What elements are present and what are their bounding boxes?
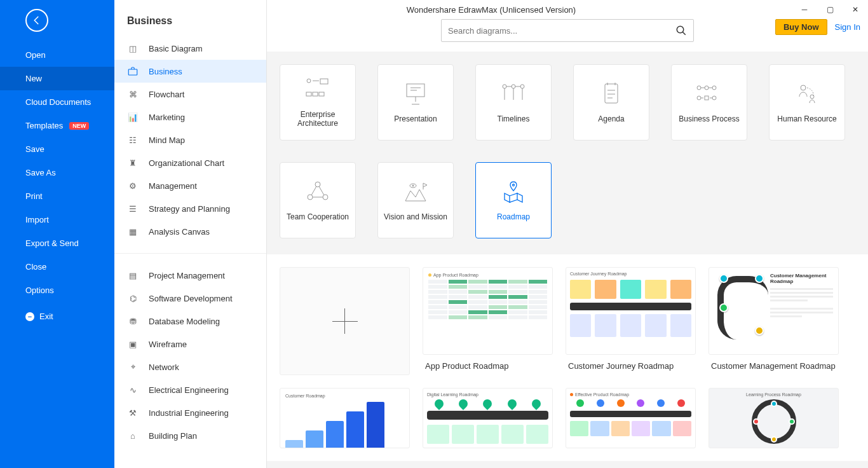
presentation-icon (402, 81, 430, 106)
cat-item-mind-map[interactable]: ☷Mind Map (114, 128, 266, 151)
process-icon (695, 81, 723, 106)
cat-item-business[interactable]: Business (114, 60, 266, 83)
sidebar-item-open[interactable]: Open (0, 43, 114, 67)
briefcase-icon (127, 65, 139, 77)
tile-vision-mission[interactable]: Vision and Mission (377, 162, 454, 238)
sidebar-item-exit[interactable]: − Exit (0, 305, 114, 328)
search-icon[interactable] (675, 25, 687, 36)
main-content: Enterprise Architecture Presentation Tim… (267, 0, 868, 468)
sidebar-left: Open New Cloud Documents TemplatesNEW Sa… (0, 0, 114, 468)
tile-business-process[interactable]: Business Process (671, 64, 747, 141)
svg-rect-4 (306, 92, 311, 96)
sidebar-item-import[interactable]: Import (0, 208, 114, 231)
cat-item-organizational-chart[interactable]: ♜Organizational Chart (114, 151, 266, 174)
sidebar-item-print[interactable]: Print (0, 184, 114, 208)
sidebar-item-export-send[interactable]: Export & Send (0, 231, 114, 255)
software-icon: ⌬ (127, 292, 139, 304)
svg-point-14 (712, 86, 716, 90)
template-blank[interactable] (280, 267, 410, 375)
svg-rect-0 (128, 69, 137, 75)
template-customer-management-roadmap[interactable]: Customer Management Roadmap Customer Man… (709, 267, 839, 375)
cat-item-electrical-engineering[interactable]: ∿Electrical Engineering (114, 378, 266, 401)
cat-item-marketing[interactable]: 📊Marketing (114, 106, 266, 128)
subcategory-tiles: Enterprise Architecture Presentation Tim… (267, 52, 868, 254)
org-icon: ♜ (127, 157, 139, 169)
svg-point-22 (323, 195, 328, 200)
sidebar-item-save-as[interactable]: Save As (0, 161, 114, 184)
svg-point-18 (801, 85, 806, 90)
close-button[interactable]: ✕ (843, 0, 868, 19)
app-title: Wondershare EdrawMax (Unlicensed Version… (407, 5, 576, 15)
cog-icon: ⚙ (127, 180, 139, 191)
minimize-button[interactable]: ─ (792, 0, 817, 19)
template-thumbnail: Learning Process Roadmap (709, 388, 839, 448)
vision-icon (402, 179, 430, 203)
cat-item-industrial-engineering[interactable]: ⚒Industrial Engineering (114, 401, 266, 424)
svg-point-10 (520, 85, 524, 88)
template-thumbnail: Customer Roadmap (280, 388, 410, 448)
network-icon: ⌖ (127, 361, 139, 373)
wireframe-icon: ▣ (127, 338, 139, 350)
cat-item-project-management[interactable]: ▤Project Management (114, 264, 266, 287)
search-box[interactable] (441, 19, 694, 42)
tile-team-cooperation[interactable]: Team Cooperation (280, 162, 356, 238)
template-customer-journey-roadmap[interactable]: Customer Journey Roadmap Customer Journe… (566, 267, 696, 375)
database-icon: ⛃ (127, 315, 139, 327)
svg-point-15 (697, 96, 701, 100)
chart-icon: 📊 (127, 111, 139, 123)
sidebar-item-close[interactable]: Close (0, 255, 114, 279)
template-thumbnail: Customer Management Roadmap (709, 267, 839, 355)
sidebar-item-save[interactable]: Save (0, 137, 114, 161)
cat-item-database-modeling[interactable]: ⛃Database Modeling (114, 310, 266, 333)
cat-item-management[interactable]: ⚙Management (114, 174, 266, 197)
enterprise-icon (304, 77, 332, 101)
project-icon: ▤ (127, 270, 139, 281)
tile-enterprise-architecture[interactable]: Enterprise Architecture (280, 64, 356, 141)
cat-item-analysis-canvas[interactable]: ▦Analysis Canvas (114, 220, 266, 243)
template-thumbnail: Effective Product Roadmap (566, 388, 696, 448)
sidebar-item-templates[interactable]: TemplatesNEW (0, 114, 114, 137)
cat-item-basic-diagram[interactable]: ◫Basic Diagram (114, 37, 266, 60)
cat-item-software-development[interactable]: ⌬Software Development (114, 287, 266, 310)
template-effective-product-roadmap[interactable]: Effective Product Roadmap Effective Prod… (566, 388, 696, 448)
building-icon: ⌂ (127, 430, 139, 441)
svg-point-20 (315, 182, 320, 187)
svg-rect-6 (319, 92, 324, 96)
cat-item-strategy-planning[interactable]: ☰Strategy and Planning (114, 197, 266, 220)
svg-point-12 (697, 86, 701, 90)
sign-in-link[interactable]: Sign In (835, 22, 860, 32)
maximize-button[interactable]: ▢ (817, 0, 843, 19)
svg-point-8 (503, 85, 506, 88)
template-thumbnail: App Product Roadmap (423, 267, 553, 355)
category-divider (114, 253, 266, 254)
cat-item-building-plan[interactable]: ⌂Building Plan (114, 424, 266, 447)
exit-icon: − (25, 312, 34, 321)
sidebar-item-cloud-documents[interactable]: Cloud Documents (0, 90, 114, 114)
svg-point-1 (677, 26, 684, 33)
sidebar-item-options[interactable]: Options (0, 279, 114, 302)
tile-timelines[interactable]: Timelines (475, 64, 552, 141)
tile-presentation[interactable]: Presentation (377, 64, 454, 141)
cat-item-wireframe[interactable]: ▣Wireframe (114, 333, 266, 355)
electrical-icon: ∿ (127, 384, 139, 396)
svg-point-21 (308, 195, 313, 200)
plus-icon (280, 267, 410, 375)
template-customer-roadmap[interactable]: Customer Roadmap Customer Roadmap (280, 388, 410, 448)
template-learning-process-roadmap[interactable]: Learning Process Roadmap Learning Proces… (709, 388, 839, 448)
template-digital-learning-roadmap[interactable]: Digital Learning Roadmap Digital Learnin… (423, 388, 553, 448)
cat-item-network[interactable]: ⌖Network (114, 355, 266, 378)
svg-rect-16 (705, 96, 709, 100)
template-app-product-roadmap[interactable]: App Product Roadmap App Product Roadmap (423, 267, 553, 375)
svg-point-9 (512, 85, 515, 88)
buy-now-button[interactable]: Buy Now (775, 19, 827, 35)
sidebar-item-new[interactable]: New (0, 67, 114, 90)
tile-human-resource[interactable]: Human Resource (769, 64, 845, 141)
tile-roadmap[interactable]: Roadmap (475, 162, 552, 238)
flowchart-icon: ⌘ (127, 88, 139, 100)
search-input[interactable] (448, 26, 675, 36)
tile-agenda[interactable]: Agenda (573, 64, 649, 141)
cat-item-flowchart[interactable]: ⌘Flowchart (114, 83, 266, 106)
svg-point-17 (712, 96, 716, 100)
template-thumbnail: Customer Journey Roadmap (566, 267, 696, 355)
back-button[interactable] (25, 9, 48, 32)
